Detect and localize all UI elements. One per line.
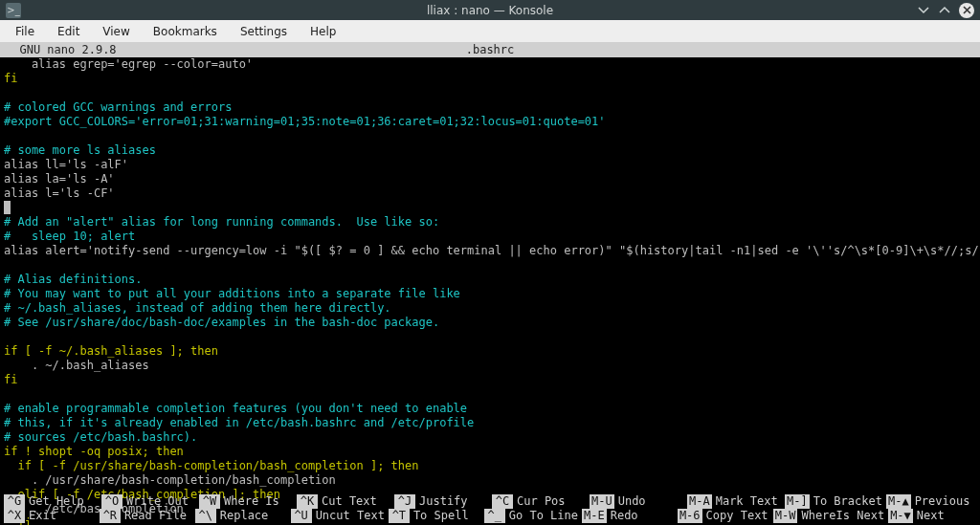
shortcut-label: To Spell: [413, 509, 469, 523]
nano-filename: .bashrc: [0, 43, 980, 57]
window-title: lliax : nano — Konsole: [0, 4, 980, 17]
editor-line: alias ll='ls -alF': [4, 158, 976, 172]
editor-line: # You may want to put all your additions…: [4, 287, 976, 301]
shortcut-key: M-]: [785, 494, 810, 509]
nano-shortcut: M-6Copy Text: [674, 509, 769, 523]
shortcut-key: M-A: [687, 494, 712, 509]
window-titlebar: >_ lliax : nano — Konsole: [0, 0, 980, 20]
shortcut-key: ^C: [492, 494, 513, 509]
shortcut-label: Justify: [419, 494, 468, 509]
shortcut-key: M-E: [582, 509, 607, 523]
editor-line: . /usr/share/bash-completion/bash_comple…: [4, 473, 976, 488]
shortcut-label: Write Out: [126, 494, 189, 509]
nano-shortcut: ^WWhere Is: [195, 494, 293, 509]
editor-line: [4, 86, 976, 100]
editor-line: # See /usr/share/doc/bash-doc/examples i…: [4, 316, 976, 330]
nano-shortcut-bar: ^GGet Help^OWrite Out^WWhere Is^KCut Tex…: [0, 494, 980, 525]
shortcut-key: M-▼: [888, 509, 913, 523]
shortcut-label: Read File: [124, 509, 187, 523]
shortcut-label: Next: [917, 509, 945, 523]
shortcut-key: M-6: [678, 509, 702, 523]
editor-line: # some more ls aliases: [4, 143, 976, 158]
nano-shortcut: ^KCut Text: [293, 494, 390, 509]
maximize-button[interactable]: [938, 4, 951, 17]
nano-shortcut: M-AMark Text: [683, 494, 781, 509]
nano-shortcut: ^CCur Pos: [488, 494, 586, 509]
menu-bookmarks[interactable]: Bookmarks: [142, 20, 229, 43]
editor-line: # enable programmable completion feature…: [4, 402, 976, 416]
shortcut-label: Undo: [618, 494, 646, 509]
shortcut-key: ^W: [199, 494, 220, 509]
shortcut-key: M-▲: [886, 494, 911, 509]
editor-line: # ~/.bash_aliases, instead of adding the…: [4, 301, 976, 316]
editor-line: fi: [4, 373, 976, 387]
shortcut-key: ^R: [100, 509, 121, 523]
shortcut-label: Exit: [29, 509, 56, 523]
shortcut-label: WhereIs Next: [801, 509, 884, 523]
nano-shortcut: ^XExit: [0, 509, 96, 523]
editor-line: if [ -f /usr/share/bash-completion/bash_…: [4, 459, 976, 473]
shortcut-key: ^X: [4, 509, 25, 523]
editor-line: # this, if it's already enabled in /etc/…: [4, 416, 976, 430]
nano-shortcut: ^UUncut Text: [287, 509, 385, 523]
editor-line: fi: [4, 72, 976, 86]
editor-line: alias la='ls -A': [4, 172, 976, 186]
shortcut-label: Redo: [611, 509, 638, 523]
nano-shortcut: M-WWhereIs Next: [769, 509, 884, 523]
editor-line: #export GCC_COLORS='error=01;31:warning=…: [4, 115, 976, 129]
editor-line: alias alert='notify-send --urgency=low -…: [4, 244, 976, 258]
nano-shortcut: M-]To Bracket: [781, 494, 882, 509]
shortcut-key: M-U: [590, 494, 614, 509]
minimize-button[interactable]: [917, 4, 930, 17]
nano-shortcut: M-UUndo: [586, 494, 683, 509]
close-button[interactable]: [959, 3, 974, 18]
text-cursor: [4, 201, 11, 214]
nano-shortcut: ^JJustify: [390, 494, 488, 509]
shortcut-key: ^J: [394, 494, 415, 509]
shortcut-key: ^G: [4, 494, 25, 509]
nano-shortcut: ^_Go To Line: [480, 509, 578, 523]
shortcut-label: Previous: [915, 494, 970, 509]
shortcut-key: ^U: [291, 509, 312, 523]
nano-shortcut: ^TTo Spell: [385, 509, 480, 523]
editor-line: . ~/.bash_aliases: [4, 359, 976, 373]
shortcut-key: ^_: [484, 509, 505, 523]
shortcut-key: M-W: [773, 509, 798, 523]
menu-help[interactable]: Help: [299, 20, 347, 43]
editor-line: [4, 129, 976, 143]
shortcut-label: Where Is: [224, 494, 279, 509]
editor-line: # sources /etc/bash.bashrc).: [4, 430, 976, 445]
shortcut-label: Cur Pos: [517, 494, 566, 509]
menu-file[interactable]: File: [4, 20, 46, 43]
terminal-area[interactable]: GNU nano 2.9.8 .bashrc alias egrep='egre…: [0, 43, 980, 525]
editor-line: [4, 201, 976, 215]
shortcut-label: Uncut Text: [316, 509, 385, 523]
menu-edit[interactable]: Edit: [46, 20, 91, 43]
nano-header: GNU nano 2.9.8 .bashrc: [0, 43, 980, 57]
menu-view[interactable]: View: [91, 20, 141, 43]
shortcut-key: ^T: [389, 509, 410, 523]
editor-line: [4, 258, 976, 273]
menubar: File Edit View Bookmarks Settings Help: [0, 20, 980, 43]
nano-shortcut: M-▼Next: [884, 509, 980, 523]
shortcut-key: ^O: [101, 494, 122, 509]
nano-shortcut: ^\Replace: [191, 509, 287, 523]
shortcut-label: To Bracket: [813, 494, 882, 509]
shortcut-label: Get Help: [29, 494, 84, 509]
nano-editor-content[interactable]: alias egrep='egrep --color=auto'fi # col…: [0, 57, 980, 525]
menu-settings[interactable]: Settings: [229, 20, 299, 43]
konsole-app-icon: >_: [6, 3, 21, 18]
editor-line: [4, 387, 976, 402]
editor-line: if ! shopt -oq posix; then: [4, 445, 976, 459]
shortcut-label: Mark Text: [716, 494, 778, 509]
shortcut-key: ^\: [195, 509, 216, 523]
editor-line: alias l='ls -CF': [4, 186, 976, 201]
shortcut-label: Cut Text: [322, 494, 377, 509]
shortcut-label: Go To Line: [509, 509, 578, 523]
editor-line: # Alias definitions.: [4, 273, 976, 287]
nano-shortcut: ^GGet Help: [0, 494, 98, 509]
editor-line: alias egrep='egrep --color=auto': [4, 57, 976, 72]
editor-line: [4, 330, 976, 344]
editor-line: # sleep 10; alert: [4, 230, 976, 244]
nano-shortcut: M-▲Previous: [882, 494, 980, 509]
